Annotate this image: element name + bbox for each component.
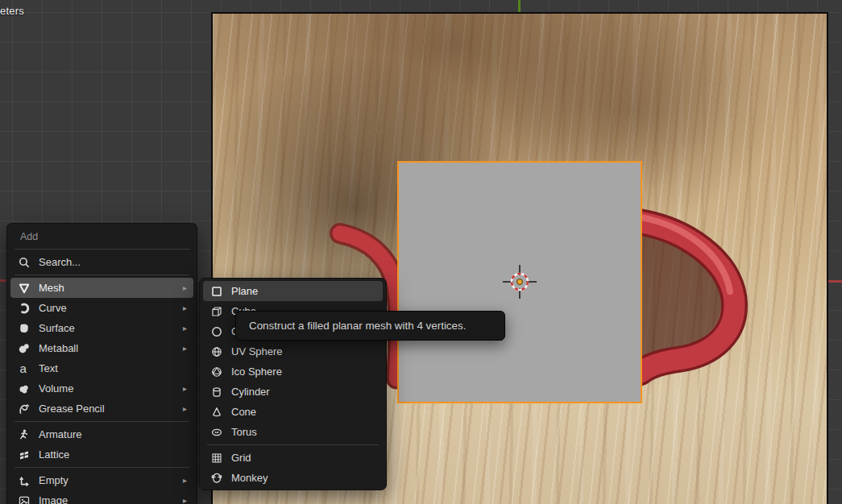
submenu-item-uv-sphere[interactable]: UV Sphere — [203, 341, 383, 361]
curve-icon — [17, 302, 31, 315]
y-axis-line — [518, 0, 521, 13]
menu-separator — [15, 249, 189, 250]
surface-icon — [17, 322, 31, 335]
x-axis-line — [828, 280, 842, 283]
menu-item-volume[interactable]: Volume ▸ — [10, 378, 193, 399]
search-icon — [17, 256, 31, 269]
monkey-icon — [209, 472, 223, 485]
menu-item-label: Monkey — [231, 472, 268, 484]
menu-item-label: Torus — [231, 426, 257, 438]
menu-item-surface[interactable]: Surface ▸ — [10, 318, 193, 338]
uv-sphere-icon — [209, 345, 223, 358]
menu-item-label: Plane — [231, 285, 258, 297]
menu-item-label: Surface — [39, 322, 75, 334]
tooltip-text: Construct a filled planar mesh with 4 ve… — [249, 320, 466, 332]
menu-item-label: Grid — [231, 452, 251, 464]
menu-item-text[interactable]: a Text — [10, 358, 193, 378]
menu-item-label: Ico Sphere — [231, 366, 282, 378]
submenu-arrow-icon: ▸ — [183, 385, 187, 393]
armature-icon — [17, 428, 31, 441]
menu-item-label: Text — [39, 362, 58, 374]
menu-item-label: Mesh — [39, 282, 64, 294]
menu-separator — [207, 444, 379, 445]
submenu-item-grid[interactable]: Grid — [203, 448, 383, 468]
menu-item-label: Metaball — [39, 342, 78, 354]
cylinder-icon — [209, 386, 223, 399]
submenu-item-ico-sphere[interactable]: Ico Sphere — [203, 361, 383, 382]
add-menu-title: Add — [7, 227, 197, 246]
volume-icon — [17, 382, 31, 395]
mesh-icon — [17, 282, 31, 295]
tooltip: Construct a filled planar mesh with 4 ve… — [235, 311, 505, 341]
submenu-arrow-icon: ▸ — [183, 497, 187, 504]
menu-item-label: Volume — [39, 382, 73, 395]
menu-item-label: Cylinder — [231, 386, 270, 398]
submenu-item-plane[interactable]: Plane — [203, 281, 383, 301]
grid-icon — [209, 452, 223, 465]
menu-item-metaball[interactable]: Metaball ▸ — [10, 338, 193, 358]
menu-item-curve[interactable]: Curve ▸ — [10, 298, 193, 318]
submenu-arrow-icon: ▸ — [183, 304, 187, 312]
submenu-arrow-icon: ▸ — [183, 345, 187, 353]
torus-icon — [209, 426, 223, 439]
menu-item-label: Empty — [39, 474, 68, 486]
menu-item-label: Curve — [39, 302, 67, 314]
menu-item-label: Armature — [39, 428, 81, 440]
menu-separator — [15, 275, 189, 275]
3d-cursor — [500, 262, 539, 301]
lattice-icon — [17, 448, 31, 461]
menu-item-label: Search... — [39, 256, 81, 268]
mesh-submenu: Plane Cube Circle UV Sphere Ico Sphere — [199, 278, 387, 490]
menu-item-label: Grease Pencil — [39, 403, 105, 415]
x-axis-line — [0, 279, 6, 282]
menu-item-label: Image — [39, 494, 68, 504]
menu-separator — [15, 467, 189, 468]
svg-text:a: a — [19, 362, 27, 375]
cone-icon — [209, 406, 223, 419]
submenu-arrow-icon: ▸ — [183, 405, 187, 413]
text-icon: a — [17, 362, 31, 375]
circle-icon — [209, 325, 223, 338]
submenu-item-monkey[interactable]: Monkey — [203, 468, 383, 488]
metaball-icon — [17, 342, 31, 355]
menu-item-mesh[interactable]: Mesh ▸ — [10, 278, 193, 298]
submenu-arrow-icon: ▸ — [183, 324, 187, 333]
menu-item-search[interactable]: Search... — [10, 252, 193, 272]
grease-pencil-icon — [17, 403, 31, 415]
submenu-item-cylinder[interactable]: Cylinder — [203, 382, 383, 402]
plane-icon — [209, 285, 223, 298]
blender-window: eters Add — [0, 0, 842, 504]
menu-item-label: UV Sphere — [231, 345, 283, 357]
empty-icon — [17, 474, 31, 487]
menu-item-image[interactable]: Image ▸ — [10, 490, 193, 504]
image-icon — [17, 494, 31, 504]
menu-item-armature[interactable]: Armature — [10, 424, 193, 444]
add-menu: Add Search... Mesh ▸ Curve ▸ — [6, 223, 197, 504]
menu-item-empty[interactable]: Empty ▸ — [10, 470, 193, 490]
cube-icon — [209, 305, 223, 318]
menu-item-lattice[interactable]: Lattice — [10, 444, 193, 465]
menu-item-label: Lattice — [39, 448, 69, 461]
submenu-arrow-icon: ▸ — [183, 477, 187, 485]
submenu-arrow-icon: ▸ — [183, 284, 187, 292]
submenu-item-cone[interactable]: Cone — [203, 402, 383, 422]
menu-item-grease-pencil[interactable]: Grease Pencil ▸ — [10, 399, 193, 419]
unit-label: eters — [0, 5, 24, 17]
submenu-item-torus[interactable]: Torus — [203, 422, 383, 442]
ico-sphere-icon — [209, 366, 223, 378]
menu-item-label: Cone — [231, 406, 256, 418]
menu-separator — [15, 421, 189, 422]
